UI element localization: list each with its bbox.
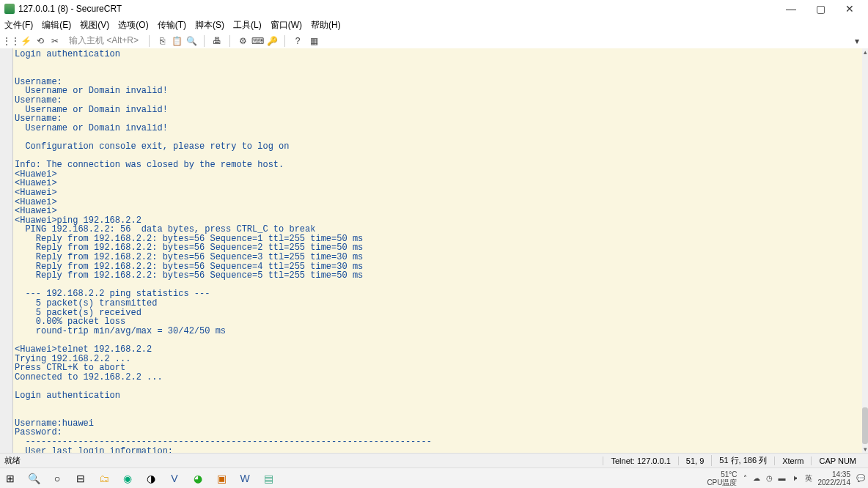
disconnect-icon[interactable]: ✂: [48, 34, 62, 48]
host-input-hint[interactable]: 输入主机 <Alt+R>: [65, 34, 143, 47]
clock[interactable]: 14:35 2022/2/14: [818, 470, 851, 487]
temp-widget[interactable]: 51°C CPU温度: [707, 470, 737, 487]
menu-options[interactable]: 选项(O): [118, 19, 148, 32]
tray-ime[interactable]: 英: [805, 473, 812, 484]
print-icon[interactable]: 🖶: [210, 34, 224, 48]
scroll-up-icon[interactable]: ▴: [862, 48, 868, 56]
start-icon[interactable]: ⊞: [3, 471, 18, 486]
find-icon[interactable]: 🔍: [185, 34, 198, 48]
cortana-icon[interactable]: ○: [50, 471, 65, 486]
tray-chevron-icon[interactable]: ˄: [743, 474, 747, 482]
separator: [204, 35, 205, 47]
quick-connect-icon[interactable]: ⚡: [19, 34, 32, 48]
menu-file[interactable]: 文件(F): [4, 19, 33, 32]
separator: [229, 35, 230, 47]
menu-window[interactable]: 窗口(W): [271, 19, 302, 32]
paste-icon[interactable]: 📋: [170, 34, 183, 48]
reconnect-icon[interactable]: ⟲: [34, 34, 47, 48]
window-title: 127.0.0.1 (8) - SecureCRT: [18, 4, 783, 14]
status-connection: Telnet: 127.0.0.1: [603, 456, 677, 465]
menu-transfer[interactable]: 传输(T): [158, 19, 186, 32]
tray-battery-icon[interactable]: ▬: [779, 474, 786, 482]
terminal-output[interactable]: Login authentication Username: Username …: [13, 48, 862, 453]
menu-tools[interactable]: 工具(L): [233, 19, 262, 32]
key-icon[interactable]: 🔑: [265, 34, 279, 48]
menu-script[interactable]: 脚本(S): [195, 19, 224, 32]
minimize-button[interactable]: —: [783, 3, 799, 15]
scroll-down-icon[interactable]: ▾: [862, 446, 868, 453]
task-view-icon[interactable]: ⊟: [73, 471, 88, 486]
wechat-icon[interactable]: ◕: [191, 471, 205, 486]
status-ready: 就绪: [4, 455, 603, 466]
maximize-button[interactable]: ▢: [812, 3, 828, 15]
notifications-icon[interactable]: 💬: [856, 474, 865, 482]
temp-value: 51°C: [721, 470, 737, 478]
status-dimensions: 51 行, 186 列: [711, 455, 774, 466]
word-icon[interactable]: W: [238, 471, 252, 486]
side-strip[interactable]: [0, 48, 13, 453]
titlebar: 127.0.0.1 (8) - SecureCRT — ▢ ✕: [0, 0, 868, 18]
scrollbar[interactable]: ▴ ▾: [862, 48, 868, 453]
toolbar: ⋮⋮ ⚡ ⟲ ✂ 输入主机 <Alt+R> ⎘ 📋 🔍 🖶 ⚙ ⌨ 🔑 ? ▦ …: [0, 32, 868, 50]
app-icon: [4, 4, 15, 14]
menu-edit[interactable]: 编辑(E): [42, 19, 71, 32]
separator: [149, 35, 150, 47]
securecrt-icon[interactable]: ▤: [261, 471, 276, 486]
chrome-icon[interactable]: ◑: [144, 471, 158, 486]
dropdown-icon[interactable]: ▾: [850, 34, 864, 48]
status-caps: CAP NUM: [811, 456, 864, 465]
explorer-icon[interactable]: 🗂: [97, 471, 111, 486]
scroll-thumb[interactable]: [862, 407, 868, 444]
copy-icon[interactable]: ⎘: [155, 34, 169, 48]
separator: [284, 35, 285, 47]
visio-icon[interactable]: V: [167, 471, 182, 486]
connect-icon[interactable]: ⋮⋮: [4, 34, 18, 48]
keyboard-icon[interactable]: ⌨: [251, 34, 264, 48]
edge-icon[interactable]: ◉: [120, 471, 135, 486]
status-cursor-pos: 51, 9: [678, 456, 711, 465]
tray-volume-icon[interactable]: 🕨: [792, 474, 799, 482]
close-button[interactable]: ✕: [842, 3, 858, 15]
statusbar: 就绪 Telnet: 127.0.0.1 51, 9 51 行, 186 列 X…: [0, 453, 868, 467]
clock-time: 14:35: [832, 470, 850, 478]
clock-date: 2022/2/14: [818, 478, 851, 487]
taskbar: ⊞ 🔍 ○ ⊟ 🗂 ◉ ◑ V ◕ ▣ W ▤ 51°C CPU温度 ˄ ☁ ◷…: [0, 467, 868, 488]
tile-icon[interactable]: ▦: [307, 34, 320, 48]
menu-help[interactable]: 帮助(H): [311, 19, 341, 32]
tray-wifi-icon[interactable]: ◷: [766, 474, 773, 482]
search-icon[interactable]: 🔍: [26, 471, 41, 486]
menu-view[interactable]: 视图(V): [80, 19, 109, 32]
tray-onedrive-icon[interactable]: ☁: [753, 474, 760, 482]
menubar: 文件(F) 编辑(E) 视图(V) 选项(O) 传输(T) 脚本(S) 工具(L…: [0, 18, 868, 32]
help-icon[interactable]: ?: [291, 34, 304, 48]
temp-label: CPU温度: [707, 478, 737, 487]
status-term-type: Xterm: [774, 456, 811, 465]
settings-icon[interactable]: ⚙: [236, 34, 249, 48]
ensp-icon[interactable]: ▣: [214, 471, 229, 486]
